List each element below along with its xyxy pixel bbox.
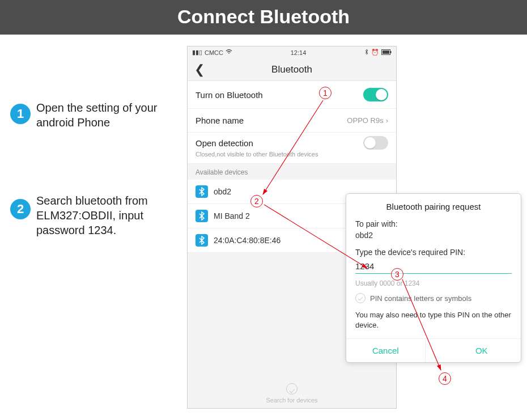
refresh-icon xyxy=(286,383,298,394)
bluetooth-icon xyxy=(196,210,208,222)
open-detection-toggle[interactable] xyxy=(363,136,388,150)
marker-1: 1 xyxy=(319,87,332,99)
nav-title: Bluetooth xyxy=(271,64,312,75)
turn-on-label: Turn on Bluetooth xyxy=(196,90,263,100)
pin-prompt-label: Type the device's required PIN: xyxy=(355,248,512,257)
device-name: obd2 xyxy=(214,187,231,196)
nav-bar: ❮ Bluetooth xyxy=(188,58,396,81)
pairing-dialog: Bluetooth pairing request To pair with: … xyxy=(346,193,521,363)
device-name: MI Band 2 xyxy=(214,211,250,220)
pair-device-name: obd2 xyxy=(355,231,512,240)
page-title: Connect Bluetooth xyxy=(0,0,527,35)
chevron-right-icon: › xyxy=(386,116,388,125)
bluetooth-icon xyxy=(196,185,208,198)
dialog-title: Bluetooth pairing request xyxy=(355,202,512,211)
wifi-icon xyxy=(226,49,232,56)
row-open-detection[interactable]: Open detection Closed,not visible to oth… xyxy=(188,133,396,164)
step-badge-1: 1 xyxy=(10,104,31,124)
ok-button[interactable]: OK xyxy=(425,339,521,362)
to-pair-label: To pair with: xyxy=(355,219,512,228)
pin-input[interactable]: 1234 xyxy=(355,259,512,274)
row-turn-on-bluetooth[interactable]: Turn on Bluetooth xyxy=(188,81,396,109)
status-bar: ▮▮▯ CMCC 12:14 ⏰ xyxy=(188,46,396,58)
row-phone-name[interactable]: Phone name OPPO R9s › xyxy=(188,109,396,133)
step-text-1: Open the setting of your android Phone xyxy=(36,100,172,130)
battery-icon xyxy=(381,49,392,56)
clock-label: 12:14 xyxy=(291,49,307,56)
svg-rect-1 xyxy=(390,51,392,53)
bluetooth-toggle[interactable] xyxy=(363,88,388,101)
marker-3: 3 xyxy=(391,268,403,281)
open-detection-label: Open detection xyxy=(196,138,253,148)
carrier-label: CMCC xyxy=(205,49,223,56)
checkbox-icon xyxy=(355,293,366,303)
dialog-buttons: Cancel OK xyxy=(346,338,521,362)
open-detection-sublabel: Closed,not visible to other Bluetooth de… xyxy=(196,151,388,158)
signal-icon: ▮▮▯ xyxy=(192,49,202,56)
dialog-note: You may also need to type this PIN on th… xyxy=(355,310,512,330)
content-area: 1 Open the setting of your android Phone… xyxy=(0,35,527,420)
step-text-2: Search bluetooth from ELM327:OBDII, inpu… xyxy=(36,193,178,237)
available-devices-header: Available devices xyxy=(188,164,396,180)
marker-4: 4 xyxy=(439,372,451,385)
bluetooth-status-icon xyxy=(364,49,369,56)
device-name: 24:0A:C4:80:8E:46 xyxy=(214,236,280,245)
phone-name-label: Phone name xyxy=(196,116,244,125)
step-badge-2: 2 xyxy=(10,199,31,219)
back-icon[interactable]: ❮ xyxy=(194,62,205,77)
pin-hint: Usually 0000 or 1234 xyxy=(355,279,512,287)
bluetooth-icon xyxy=(196,234,208,247)
alarm-icon: ⏰ xyxy=(371,49,379,56)
marker-2: 2 xyxy=(250,195,263,207)
svg-rect-2 xyxy=(382,50,389,54)
cancel-button[interactable]: Cancel xyxy=(346,339,425,362)
pin-letters-checkbox-row[interactable]: PIN contains letters or symbols xyxy=(355,293,512,303)
phone-name-value: OPPO R9s › xyxy=(347,116,388,125)
checkbox-label: PIN contains letters or symbols xyxy=(370,294,471,303)
search-devices-footer[interactable]: Search for devices xyxy=(188,383,396,404)
